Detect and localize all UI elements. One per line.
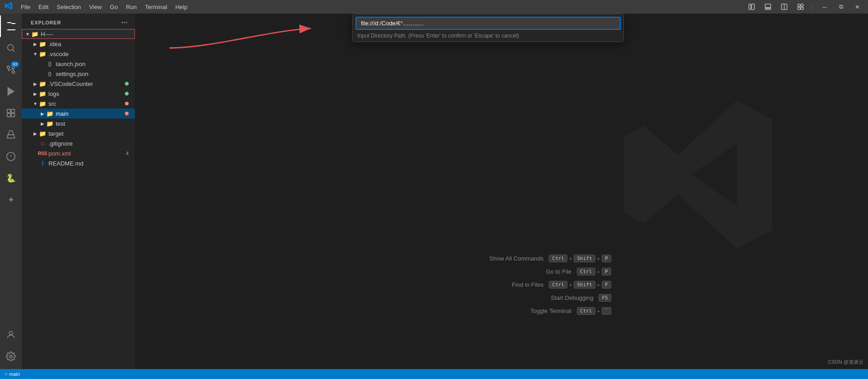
panel-layout-toggle[interactable]: [762, 1, 774, 12]
activity-bar-bottom: [0, 324, 22, 369]
close-button[interactable]: ✕: [851, 1, 863, 12]
tree-item-launch-json[interactable]: ▶ {} launch.json: [22, 59, 135, 69]
root-folder-label: H----: [41, 31, 134, 38]
find-in-files-label: Find in Files: [512, 281, 543, 288]
tree-item-settings-json[interactable]: ▶ {} settings.json: [22, 69, 135, 79]
vscode-folder-icon: 📁: [39, 50, 46, 57]
svg-line-11: [13, 50, 14, 52]
menu-run[interactable]: Run: [122, 3, 140, 11]
key-shift: Shift: [574, 255, 595, 262]
activity-bar: 93: [0, 14, 22, 369]
welcome-shortcuts: Show All Commands Ctrl + Shift + P Go to…: [489, 255, 611, 315]
directory-path-input[interactable]: [355, 17, 621, 30]
goto-file-keys: Ctrl + P: [577, 268, 611, 275]
chatgpt-activity-icon[interactable]: ✦: [0, 189, 22, 211]
vscode-watermark: [619, 95, 777, 255]
tree-item-vscode[interactable]: ▼ 📁 .vscode: [22, 49, 135, 59]
tree-item-gitignore[interactable]: ▶ ◇ .gitignore: [22, 138, 135, 148]
menu-view[interactable]: View: [86, 3, 106, 11]
sidebar: EXPLORER ··· ▼ 📁 H---- ▶ 📁 .idea ▼ 📁: [22, 14, 135, 369]
key-ctrl-4: Ctrl: [577, 307, 595, 315]
idea-arrow: ▶: [32, 40, 39, 47]
vscode-label: .vscode: [48, 51, 135, 57]
title-bar: File Edit Selection View Go Run Terminal…: [0, 0, 868, 14]
svg-marker-15: [8, 88, 14, 95]
problems-activity-icon[interactable]: [0, 146, 22, 167]
key-plus-5: +: [597, 282, 600, 288]
test-folder-icon: 📁: [46, 120, 53, 127]
pom-label: pom.xml: [48, 150, 126, 157]
input-popup: Input Directory Path. (Press 'Enter' to …: [352, 14, 624, 42]
logs-arrow: ▶: [32, 90, 39, 97]
tree-item-vscodecounter[interactable]: ▶ 📁 .VSCodeCounter: [22, 79, 135, 89]
readme-label: README.md: [48, 160, 135, 167]
python-activity-icon[interactable]: 🐍: [0, 167, 22, 189]
minimize-button[interactable]: ─: [818, 1, 831, 12]
start-debugging-keys: F5: [599, 294, 611, 302]
test-label: test: [56, 120, 135, 127]
source-control-activity-icon[interactable]: 93: [0, 59, 22, 81]
svg-rect-16: [7, 109, 10, 113]
testing-activity-icon[interactable]: [0, 124, 22, 146]
tree-item-test[interactable]: ▶ 📁 test: [22, 118, 135, 128]
gitignore-icon: ◇: [39, 140, 46, 147]
readme-icon: ℹ: [39, 160, 46, 167]
key-shift2: Shift: [574, 281, 595, 289]
tree-item-src[interactable]: ▼ 📁 src: [22, 99, 135, 109]
vscode-logo: [5, 2, 13, 12]
tree-item-logs[interactable]: ▶ 📁 logs: [22, 89, 135, 99]
shortcut-row-find-files: Find in Files Ctrl + Shift + F: [489, 281, 611, 289]
settings-json-label: settings.json: [56, 71, 135, 77]
restore-button[interactable]: ⧉: [834, 1, 847, 12]
tree-item-target[interactable]: ▶ 📁 target: [22, 128, 135, 138]
sidebar-layout-toggle[interactable]: [745, 1, 758, 12]
key-backtick: `: [602, 307, 611, 315]
accounts-activity-icon[interactable]: [0, 324, 22, 346]
editor-area: Input Directory Path. (Press 'Enter' to …: [135, 14, 868, 369]
logs-dot: [125, 92, 129, 95]
svg-rect-8: [798, 7, 800, 9]
tree-item-readme[interactable]: ▶ ℹ README.md: [22, 158, 135, 168]
launch-json-icon: {}: [46, 60, 53, 67]
menu-selection[interactable]: Selection: [53, 3, 84, 11]
root-folder[interactable]: ▼ 📁 H----: [22, 29, 135, 39]
menu-edit[interactable]: Edit: [35, 3, 52, 11]
title-bar-left: File Edit Selection View Go Run Terminal…: [5, 2, 191, 12]
branch-indicator[interactable]: ⑂ main: [5, 371, 20, 377]
target-arrow: ▶: [32, 130, 39, 137]
root-folder-arrow: ▼: [24, 30, 31, 38]
svg-rect-6: [798, 4, 800, 6]
menu-terminal[interactable]: Terminal: [141, 3, 171, 11]
main-folder-icon: 📁: [46, 110, 53, 117]
settings-activity-icon[interactable]: [0, 346, 22, 367]
goto-file-label: Go to File: [546, 268, 571, 275]
editor-layout-toggle[interactable]: [778, 1, 791, 12]
customize-layout-toggle[interactable]: [794, 1, 807, 12]
logs-label: logs: [48, 90, 125, 97]
menu-file[interactable]: File: [17, 3, 34, 11]
tree-item-pom-xml[interactable]: ▶ RSS pom.xml 4: [22, 148, 135, 158]
csdn-label: CSDN @龙凌云: [828, 359, 863, 365]
tree-item-main[interactable]: ▶ 📁 main: [22, 109, 135, 118]
settings-json-icon: {}: [46, 70, 53, 77]
key-ctrl-2: Ctrl: [577, 268, 595, 275]
pom-badge: 4: [126, 151, 129, 156]
menu-help[interactable]: Help: [172, 3, 191, 11]
shortcut-row-debug: Start Debugging F5: [489, 294, 611, 302]
gitignore-label: .gitignore: [48, 140, 135, 147]
tree-item-idea[interactable]: ▶ 📁 .idea: [22, 39, 135, 49]
root-folder-icon: 📁: [31, 30, 38, 38]
svg-point-24: [10, 355, 12, 358]
title-bar-right: ─ ⧉ ✕: [745, 1, 863, 12]
search-activity-icon[interactable]: [0, 37, 22, 59]
test-arrow: ▶: [39, 120, 46, 127]
find-in-files-keys: Ctrl + Shift + F: [549, 281, 611, 289]
run-debug-activity-icon[interactable]: [0, 81, 22, 102]
src-folder-icon: 📁: [39, 100, 46, 107]
svg-point-13: [12, 71, 15, 74]
more-actions-button[interactable]: ···: [120, 18, 129, 27]
svg-point-10: [8, 45, 14, 51]
menu-go[interactable]: Go: [106, 3, 121, 11]
explorer-activity-icon[interactable]: [0, 15, 22, 37]
extensions-activity-icon[interactable]: [0, 102, 22, 124]
